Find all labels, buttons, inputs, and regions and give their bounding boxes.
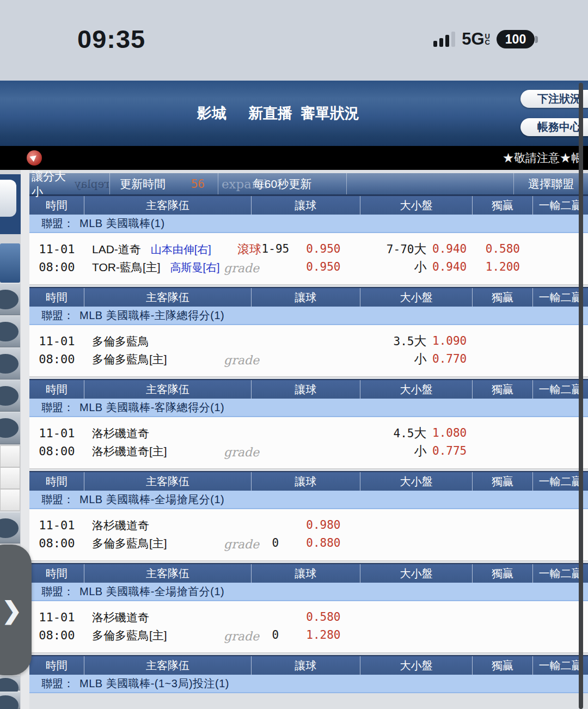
home-pitcher: 高斯曼[右] — [170, 261, 219, 273]
column-header-total: 大小盤 — [360, 288, 473, 307]
battery-nub — [535, 36, 538, 43]
announcement-marquee: ★敬請注意★帳 — [0, 146, 588, 170]
sidebar-button[interactable] — [0, 675, 20, 690]
sidebar-toggle-box[interactable] — [0, 174, 21, 234]
sidebar-button[interactable] — [0, 347, 20, 380]
nav-link-live[interactable]: 新直播 — [248, 103, 292, 123]
sidebar-button[interactable] — [0, 489, 20, 511]
match-date: 11-01 — [29, 240, 84, 258]
column-header-teams: 主客隊伍 — [84, 472, 252, 491]
update-time-label: 更新時間 — [120, 176, 166, 192]
sidebar-button[interactable] — [0, 380, 20, 412]
column-header-spread: 讓球 — [252, 656, 360, 675]
match-date: 11-01 — [29, 516, 84, 534]
sidebar-button[interactable] — [0, 283, 20, 315]
grade-link[interactable]: grade — [224, 259, 259, 277]
odds-value[interactable]: 1.080 — [426, 424, 472, 442]
column-header-moneyline: 獨贏 — [473, 472, 533, 491]
account-center-button[interactable]: 帳務中心 — [520, 118, 588, 136]
match-row: 11-01 08:00 多倫多藍鳥 多倫多藍鳥[主]grade 3.5大1.09… — [29, 325, 588, 377]
bet-mode-cell[interactable]: 讓分大小 replay — [29, 173, 110, 194]
column-header-row: 時間 主客隊伍 讓球 大小盤 獨贏 一輸二贏 — [29, 655, 588, 675]
odds-table: 讓分大小 replay 更新時間 56 expand 每60秒更新 選擇聯盟 時… — [29, 173, 588, 693]
odds-value[interactable]: 0.980 — [299, 516, 347, 534]
match-row: 11-01 08:00 洛杉磯道奇 洛杉磯道奇[主]grade 4.5大1.08… — [29, 417, 588, 469]
column-header-time: 時間 — [29, 564, 84, 583]
column-header-teams: 主客隊伍 — [84, 196, 252, 215]
sidebar-button[interactable] — [0, 243, 20, 283]
away-team: LAD-道奇 — [92, 243, 141, 255]
grade-link[interactable]: grade — [224, 351, 259, 369]
over-label: 大 — [414, 242, 426, 256]
under-label: 小 — [414, 444, 426, 458]
sidebar-button[interactable] — [0, 467, 20, 489]
column-header-time: 時間 — [29, 472, 84, 491]
column-header-moneyline: 獨贏 — [473, 380, 533, 399]
odds-value[interactable]: 0.775 — [426, 442, 472, 460]
over-label: 大 — [414, 334, 426, 348]
expand-watermark: expand — [222, 177, 268, 191]
away-team: 洛杉磯道奇 — [92, 427, 149, 439]
odds-value[interactable]: 0.940 — [426, 240, 472, 258]
sidebar-button[interactable] — [0, 512, 20, 543]
home-team: 多倫多藍鳥[主] — [92, 537, 167, 549]
odds-value[interactable]: 0.950 — [299, 258, 347, 276]
column-header-total: 大小盤 — [360, 656, 473, 675]
column-header-spread: 讓球 — [252, 564, 360, 583]
odds-value[interactable]: 0.580 — [299, 608, 347, 626]
total-line: 4.5 — [393, 427, 414, 440]
away-team: 洛杉磯道奇 — [92, 519, 149, 531]
network-type: 5G UC — [462, 29, 490, 49]
column-header-row: 時間 主客隊伍 讓球 大小盤 獨贏 一輸二贏 — [29, 379, 588, 399]
match-row: 11-01 08:00 LAD-道奇 山本由伸[右] 滾球 TOR-藍鳥[主] … — [29, 233, 588, 285]
home-team: 洛杉磯道奇[主] — [92, 445, 167, 457]
league-banner: 聯盟： MLB 美國職棒-主隊總得分(1) — [29, 307, 588, 325]
column-header-teams: 主客隊伍 — [84, 288, 252, 307]
grade-link[interactable]: grade — [224, 627, 259, 645]
bet-mode-label: 讓分大小 — [32, 169, 74, 199]
sidebar-button[interactable] — [0, 315, 20, 347]
sidebar-expand-button[interactable]: ❯ — [0, 545, 32, 675]
match-date: 11-01 — [29, 424, 84, 442]
away-team: 多倫多藍鳥 — [92, 335, 149, 347]
home-team: TOR-藍鳥[主] — [92, 261, 161, 273]
refresh-note-cell: expand 每60秒更新 — [218, 173, 347, 194]
nav-link-ticket-status[interactable]: 審單狀況 — [301, 103, 359, 123]
column-header-row: 時間 主客隊伍 讓球 大小盤 獨贏 一輸二贏 — [29, 563, 588, 583]
match-time: 08:00 — [29, 534, 84, 552]
scrollbar[interactable] — [579, 83, 583, 709]
grade-link[interactable]: grade — [224, 535, 259, 553]
column-header-total: 大小盤 — [360, 564, 473, 583]
column-header-time: 時間 — [29, 656, 84, 675]
toolbar-spacer — [347, 173, 514, 194]
total-line: 7-70 — [387, 243, 414, 256]
odds-value[interactable]: 0.950 — [299, 240, 347, 258]
column-header-moneyline: 獨贏 — [473, 656, 533, 675]
odds-value[interactable]: 1.200 — [473, 258, 533, 276]
column-header-time: 時間 — [29, 380, 84, 399]
odds-value[interactable]: 1.280 — [299, 626, 347, 644]
announcement-icon — [27, 150, 42, 166]
live-betting-tag[interactable]: 滾球 — [237, 240, 261, 258]
grade-link[interactable]: grade — [224, 443, 259, 461]
league-banner: 聯盟： MLB 美國職棒-客隊總得分(1) — [29, 399, 588, 417]
odds-value[interactable]: 0.580 — [473, 240, 533, 258]
nav-link-cinema[interactable]: 影城 — [197, 103, 226, 123]
league-banner: 聯盟： MLB 美國職棒-(1~3局)投注(1) — [29, 675, 588, 693]
sidebar-button[interactable] — [0, 412, 20, 444]
sidebar-button[interactable] — [0, 445, 20, 467]
odds-value[interactable]: 0.770 — [426, 350, 472, 368]
odds-value[interactable]: 1.090 — [426, 332, 472, 350]
odds-value[interactable]: 0.880 — [299, 534, 347, 552]
column-header-total: 大小盤 — [360, 196, 473, 215]
sidebar-button[interactable] — [0, 692, 20, 709]
match-time: 08:00 — [29, 350, 84, 368]
column-header-moneyline: 獨贏 — [473, 288, 533, 307]
column-header-teams: 主客隊伍 — [84, 656, 252, 675]
select-league-button[interactable]: 選擇聯盟 — [514, 173, 588, 194]
total-line: 3.5 — [393, 335, 414, 348]
bet-status-button[interactable]: 下注狀況 — [520, 90, 588, 108]
odds-value[interactable]: 0.940 — [426, 258, 472, 276]
column-header-total: 大小盤 — [360, 380, 473, 399]
battery-icon: 100 — [497, 30, 535, 48]
